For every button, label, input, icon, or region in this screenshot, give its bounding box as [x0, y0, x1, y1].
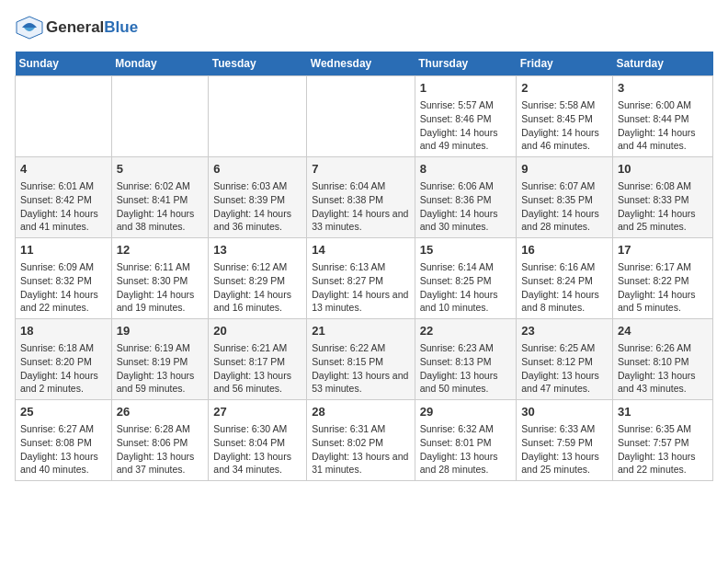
day-info-line: Sunrise: 6:32 AM — [420, 422, 511, 436]
day-info-line: Daylight: 14 hours and 25 minutes. — [618, 207, 708, 234]
calendar-cell: 19Sunrise: 6:19 AMSunset: 8:19 PMDayligh… — [111, 319, 209, 400]
day-info-line: Sunrise: 6:01 AM — [20, 179, 107, 193]
day-info-line: Sunset: 8:44 PM — [618, 112, 708, 126]
day-info-line: Sunset: 8:08 PM — [20, 436, 107, 450]
day-number: 13 — [213, 242, 301, 259]
day-info-line: Sunset: 8:24 PM — [521, 274, 608, 288]
day-number: 28 — [312, 404, 410, 420]
day-info-line: Daylight: 14 hours and 22 minutes. — [20, 288, 107, 315]
day-number: 27 — [213, 404, 301, 420]
day-info-line: Sunrise: 6:13 AM — [312, 260, 410, 274]
day-info-line: Daylight: 14 hours and 49 minutes. — [420, 126, 511, 153]
day-number: 24 — [618, 323, 708, 339]
day-info-line: Daylight: 14 hours and 41 minutes. — [20, 207, 107, 234]
day-info-line: Daylight: 13 hours and 25 minutes. — [521, 450, 608, 477]
calendar-cell: 5Sunrise: 6:02 AMSunset: 8:41 PMDaylight… — [111, 157, 209, 238]
day-info-line: Sunrise: 6:18 AM — [20, 341, 107, 355]
day-info-line: Sunset: 8:39 PM — [213, 193, 301, 207]
day-number: 6 — [213, 161, 301, 178]
day-info-line: Sunset: 8:41 PM — [117, 193, 204, 207]
calendar-cell: 17Sunrise: 6:17 AMSunset: 8:22 PMDayligh… — [612, 238, 712, 319]
day-info-line: Daylight: 14 hours and 44 minutes. — [618, 126, 708, 153]
day-info-line: Sunset: 8:17 PM — [213, 355, 301, 369]
day-info-line: Daylight: 14 hours and 16 minutes. — [213, 288, 301, 315]
day-info-line: Daylight: 13 hours and 50 minutes. — [420, 369, 511, 396]
day-info-line: Sunrise: 6:25 AM — [521, 341, 608, 355]
day-info-line: Sunset: 8:36 PM — [420, 193, 511, 207]
weekday-header-monday: Monday — [111, 52, 209, 76]
day-info-line: Sunset: 8:20 PM — [20, 355, 107, 369]
day-info-line: Sunset: 8:46 PM — [420, 112, 511, 126]
day-info-line: Sunrise: 6:27 AM — [20, 422, 107, 436]
weekday-header-sunday: Sunday — [16, 52, 112, 76]
calendar-cell: 31Sunrise: 6:35 AMSunset: 7:57 PMDayligh… — [612, 400, 712, 481]
day-number: 31 — [618, 404, 708, 420]
day-info-line: Daylight: 13 hours and 56 minutes. — [213, 369, 301, 396]
day-info-line: Sunrise: 6:22 AM — [312, 341, 410, 355]
day-number: 30 — [521, 404, 608, 420]
day-number: 16 — [521, 242, 608, 259]
day-info-line: Daylight: 13 hours and 28 minutes. — [420, 450, 511, 477]
day-number: 15 — [420, 242, 511, 259]
day-info-line: Sunrise: 6:28 AM — [117, 422, 204, 436]
day-info-line: Daylight: 13 hours and 34 minutes. — [213, 450, 301, 477]
day-number: 23 — [521, 323, 608, 339]
calendar-cell: 27Sunrise: 6:30 AMSunset: 8:04 PMDayligh… — [209, 400, 307, 481]
day-info-line: Sunrise: 6:04 AM — [312, 179, 410, 193]
day-info-line: Sunrise: 6:00 AM — [618, 98, 708, 112]
day-info-line: Daylight: 13 hours and 31 minutes. — [312, 450, 410, 477]
day-info-line: Sunset: 8:38 PM — [312, 193, 410, 207]
day-number: 1 — [420, 80, 511, 97]
day-info-line: Sunrise: 6:14 AM — [420, 260, 511, 274]
day-number: 2 — [521, 80, 608, 97]
day-info-line: Sunset: 8:42 PM — [20, 193, 107, 207]
day-info-line: Sunset: 8:22 PM — [618, 274, 708, 288]
calendar-cell: 10Sunrise: 6:08 AMSunset: 8:33 PMDayligh… — [612, 157, 712, 238]
day-info-line: Sunrise: 6:23 AM — [420, 341, 511, 355]
weekday-header-tuesday: Tuesday — [209, 52, 307, 76]
day-info-line: Sunset: 8:06 PM — [117, 436, 204, 450]
day-info-line: Daylight: 14 hours and 5 minutes. — [618, 288, 708, 315]
day-number: 8 — [420, 161, 511, 178]
day-info-line: Sunrise: 6:33 AM — [521, 422, 608, 436]
calendar-cell: 7Sunrise: 6:04 AMSunset: 8:38 PMDaylight… — [307, 157, 415, 238]
day-number: 21 — [312, 323, 410, 339]
calendar-cell — [111, 76, 209, 157]
weekday-header-thursday: Thursday — [415, 52, 516, 76]
day-number: 3 — [618, 80, 708, 97]
calendar-cell: 14Sunrise: 6:13 AMSunset: 8:27 PMDayligh… — [307, 238, 415, 319]
day-info-line: Daylight: 14 hours and 33 minutes. — [312, 207, 410, 234]
calendar-cell: 1Sunrise: 5:57 AMSunset: 8:46 PMDaylight… — [415, 76, 516, 157]
calendar-cell: 13Sunrise: 6:12 AMSunset: 8:29 PMDayligh… — [209, 238, 307, 319]
week-row-2: 4Sunrise: 6:01 AMSunset: 8:42 PMDaylight… — [16, 157, 713, 238]
day-info-line: Daylight: 13 hours and 47 minutes. — [521, 369, 608, 396]
calendar-cell: 22Sunrise: 6:23 AMSunset: 8:13 PMDayligh… — [415, 319, 516, 400]
day-info-line: Sunrise: 6:26 AM — [618, 341, 708, 355]
day-info-line: Sunset: 8:04 PM — [213, 436, 301, 450]
day-info-line: Sunrise: 6:21 AM — [213, 341, 301, 355]
day-info-line: Sunset: 7:57 PM — [618, 436, 708, 450]
day-number: 18 — [20, 323, 107, 339]
day-info-line: Sunrise: 6:30 AM — [213, 422, 301, 436]
calendar-cell: 21Sunrise: 6:22 AMSunset: 8:15 PMDayligh… — [307, 319, 415, 400]
day-info-line: Daylight: 14 hours and 38 minutes. — [117, 207, 204, 234]
day-info-line: Sunset: 8:19 PM — [117, 355, 204, 369]
calendar-cell: 29Sunrise: 6:32 AMSunset: 8:01 PMDayligh… — [415, 400, 516, 481]
calendar-cell: 23Sunrise: 6:25 AMSunset: 8:12 PMDayligh… — [517, 319, 613, 400]
day-info-line: Sunrise: 6:31 AM — [312, 422, 410, 436]
calendar-cell: 18Sunrise: 6:18 AMSunset: 8:20 PMDayligh… — [16, 319, 112, 400]
day-info-line: Sunset: 8:12 PM — [521, 355, 608, 369]
day-info-line: Daylight: 13 hours and 43 minutes. — [618, 369, 708, 396]
day-number: 5 — [117, 161, 204, 178]
calendar-cell: 25Sunrise: 6:27 AMSunset: 8:08 PMDayligh… — [16, 400, 112, 481]
calendar-cell: 12Sunrise: 6:11 AMSunset: 8:30 PMDayligh… — [111, 238, 209, 319]
calendar-cell: 30Sunrise: 6:33 AMSunset: 7:59 PMDayligh… — [517, 400, 613, 481]
day-number: 19 — [117, 323, 204, 339]
day-number: 26 — [117, 404, 204, 420]
calendar-cell: 15Sunrise: 6:14 AMSunset: 8:25 PMDayligh… — [415, 238, 516, 319]
day-info-line: Daylight: 14 hours and 46 minutes. — [521, 126, 608, 153]
week-row-1: 1Sunrise: 5:57 AMSunset: 8:46 PMDaylight… — [16, 76, 713, 157]
header: GeneralBlue — [15, 15, 713, 40]
day-info-line: Daylight: 14 hours and 2 minutes. — [20, 369, 107, 396]
day-info-line: Sunrise: 6:19 AM — [117, 341, 204, 355]
